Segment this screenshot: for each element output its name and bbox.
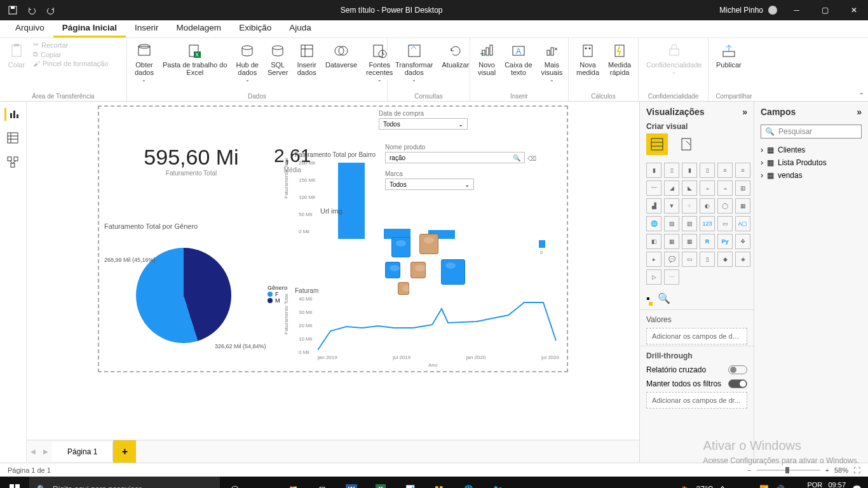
- app-icon[interactable]: 📊: [395, 477, 424, 488]
- viz-gauge[interactable]: 123: [700, 216, 715, 231]
- viz-qa[interactable]: ▭: [682, 252, 697, 267]
- viz-r[interactable]: Py: [717, 234, 733, 249]
- viz-funnel[interactable]: ▼: [664, 198, 679, 214]
- viz-slicer[interactable]: ▦: [664, 234, 679, 249]
- tray-overflow-icon[interactable]: ⌃: [719, 485, 726, 488]
- slicer-date-dropdown[interactable]: Todos⌄: [379, 118, 468, 130]
- viz-stacked-column[interactable]: ▮: [682, 163, 697, 178]
- redo-icon[interactable]: [42, 1, 60, 19]
- format-tab-icon[interactable]: [675, 133, 697, 155]
- page-tab[interactable]: Página 1: [52, 442, 113, 461]
- viz-waterfall[interactable]: ▟: [646, 198, 661, 214]
- new-measure-button[interactable]: Nova medida: [575, 41, 600, 78]
- viz-100-bar[interactable]: ≡: [717, 163, 733, 178]
- save-icon[interactable]: [4, 1, 22, 19]
- viz-line[interactable]: 〰: [646, 180, 661, 196]
- dataverse-button[interactable]: Dataverse: [324, 41, 358, 70]
- viz-scatter[interactable]: ⁘: [682, 198, 697, 214]
- text-box-button[interactable]: ACaixa de texto: [503, 41, 533, 78]
- clear-slicer-icon[interactable]: ⌫: [527, 155, 536, 162]
- publish-button[interactable]: Publicar: [715, 41, 743, 70]
- viz-more[interactable]: ⋯: [664, 269, 679, 285]
- menu-modelagem[interactable]: Modelagem: [168, 20, 231, 37]
- viz-map[interactable]: 🌐: [646, 216, 661, 231]
- viz-paginated[interactable]: ◈: [735, 252, 750, 267]
- viz-pie[interactable]: ◐: [700, 198, 715, 214]
- viz-line-column[interactable]: ⫠: [700, 180, 715, 196]
- prev-page-icon[interactable]: ◀: [27, 440, 39, 463]
- app2-icon[interactable]: 🐦: [483, 477, 512, 488]
- explorer-icon[interactable]: 📁: [278, 477, 308, 488]
- viz-card[interactable]: ▭: [717, 216, 733, 231]
- close-icon[interactable]: ✕: [839, 0, 868, 20]
- excel-icon[interactable]: X: [366, 477, 395, 488]
- clock[interactable]: POR 09:57 PTB2 23/11/2022: [791, 481, 846, 488]
- get-data-button[interactable]: Obter dados⌄: [133, 41, 155, 85]
- viz-ribbon[interactable]: ▥: [735, 180, 750, 196]
- table-lista-produtos[interactable]: ›▦Lista Produtos: [759, 156, 863, 169]
- minimize-icon[interactable]: ─: [782, 0, 811, 20]
- viz-key-influencers[interactable]: ▸: [646, 252, 661, 267]
- viz-clustered-column[interactable]: ▯: [700, 163, 715, 178]
- fit-page-icon[interactable]: ⛶: [853, 466, 860, 474]
- viz-stacked-bar[interactable]: ▮: [646, 163, 661, 178]
- fields-search[interactable]: 🔍 Pesquisar: [761, 125, 862, 139]
- new-visual-button[interactable]: +Novo visual: [477, 41, 497, 78]
- avatar[interactable]: [768, 6, 777, 15]
- taskbar-search[interactable]: 🔍Digite aqui para pesquisar: [29, 477, 220, 488]
- viz-multi-card[interactable]: A▢: [735, 216, 750, 231]
- next-page-icon[interactable]: ▶: [39, 440, 52, 463]
- cross-report-toggle[interactable]: [728, 365, 747, 374]
- viz-stacked-area[interactable]: ◣: [682, 180, 697, 196]
- viz-area[interactable]: ◢: [664, 180, 679, 196]
- chrome-icon[interactable]: 🌐: [454, 477, 483, 488]
- line-visual[interactable]: Faturam Faturamento Total 0 Mil10 Mil20 …: [295, 287, 562, 370]
- zoom-out-icon[interactable]: −: [747, 466, 751, 474]
- report-view-icon[interactable]: [4, 108, 17, 121]
- collapse-fields-icon[interactable]: »: [857, 107, 862, 117]
- menu-ajuda[interactable]: Ajuda: [280, 20, 320, 37]
- report-canvas[interactable]: 595,60 Mi Faturamento Total 2,61 Média D…: [98, 105, 568, 372]
- transform-data-button[interactable]: Transformar dados⌄: [394, 41, 435, 85]
- wifi-icon[interactable]: 📶: [759, 485, 769, 488]
- table-clientes[interactable]: ›▦Clientes: [759, 144, 863, 156]
- data-view-icon[interactable]: [7, 132, 20, 145]
- quick-measure-button[interactable]: Medida rápida: [607, 41, 632, 78]
- mail-icon[interactable]: ✉: [308, 477, 337, 488]
- data-hub-button[interactable]: Hub de dados⌄: [235, 41, 260, 85]
- maximize-icon[interactable]: ▢: [811, 0, 839, 20]
- viz-arcgis[interactable]: ▷: [646, 269, 661, 285]
- undo-icon[interactable]: [23, 1, 41, 19]
- viz-narrative[interactable]: ▯: [700, 252, 715, 267]
- menu-inserir[interactable]: Inserir: [126, 20, 168, 37]
- powerbi-icon[interactable]: ▮▮: [424, 477, 454, 488]
- values-well[interactable]: Adicionar os campos de da...: [646, 328, 747, 344]
- viz-goals[interactable]: ◆: [717, 252, 733, 267]
- table-vendas[interactable]: ›▦vendas: [759, 169, 863, 182]
- more-visuals-button[interactable]: Mais visuais⌄: [540, 41, 564, 85]
- menu-arquivo[interactable]: Arquivo: [6, 20, 53, 37]
- viz-100-column[interactable]: ≡: [735, 163, 750, 178]
- viz-clustered-bar[interactable]: ▯: [664, 163, 679, 178]
- keep-filters-toggle[interactable]: [728, 379, 747, 388]
- viz-kpi[interactable]: ◧: [646, 234, 661, 249]
- model-view-icon[interactable]: [7, 156, 20, 169]
- add-page-button[interactable]: +: [113, 440, 136, 463]
- zoom-in-icon[interactable]: +: [825, 466, 829, 474]
- viz-decomposition[interactable]: 💬: [664, 252, 679, 267]
- viz-treemap[interactable]: ▦: [735, 198, 750, 214]
- search-viz-icon[interactable]: 🔍: [658, 292, 670, 304]
- zoom-slider[interactable]: [757, 470, 820, 471]
- viz-python[interactable]: ❖: [735, 234, 750, 249]
- word-icon[interactable]: W: [337, 477, 366, 488]
- cortana-icon[interactable]: ◯: [220, 477, 249, 488]
- collapse-ribbon-icon[interactable]: ⌃: [858, 92, 864, 100]
- drill-mode-icon[interactable]: ▪: [646, 293, 650, 304]
- canvas-area[interactable]: 595,60 Mi Faturamento Total 2,61 Média D…: [27, 102, 639, 463]
- notifications-icon[interactable]: 💬: [852, 485, 862, 488]
- viz-line-column2[interactable]: ⫠: [717, 180, 733, 196]
- drill-well[interactable]: Adicionar os campos de dr...: [646, 392, 747, 409]
- menu-pagina-inicial[interactable]: Página Inicial: [53, 20, 126, 37]
- start-button[interactable]: [0, 477, 29, 488]
- viz-matrix[interactable]: R: [700, 234, 715, 249]
